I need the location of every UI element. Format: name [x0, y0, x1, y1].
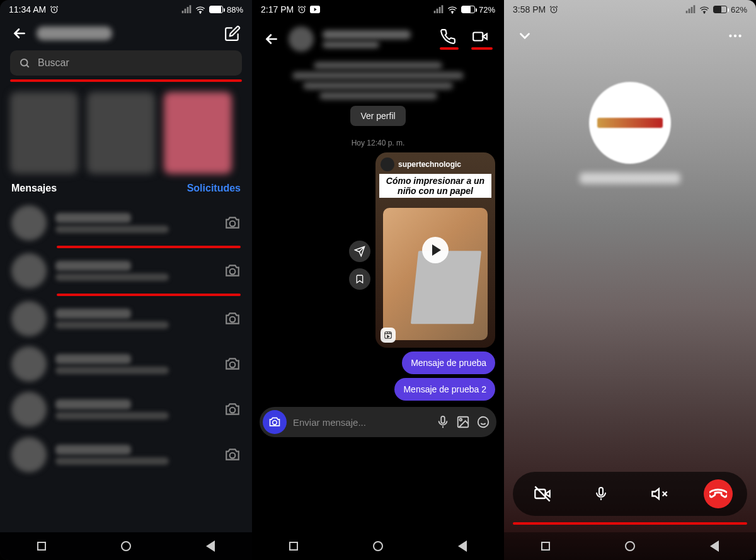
call-controls — [513, 472, 747, 516]
call-screen: 3:58 PM 62% — [504, 0, 756, 560]
avatar — [11, 437, 47, 472]
sticker-icon[interactable] — [476, 415, 490, 429]
annotation-underline — [440, 47, 459, 50]
camera-button[interactable] — [263, 410, 287, 434]
status-time: 3:58 PM — [513, 4, 546, 14]
message-row[interactable] — [0, 432, 252, 477]
story-item[interactable] — [164, 92, 232, 174]
camera-icon[interactable] — [224, 215, 241, 231]
mute-button[interactable] — [587, 479, 616, 508]
chevron-down-icon[interactable] — [517, 28, 533, 44]
svg-rect-15 — [441, 416, 445, 423]
gallery-icon[interactable] — [456, 415, 470, 429]
audio-call-button[interactable] — [440, 28, 459, 50]
svg-point-11 — [452, 13, 452, 13]
alarm-icon — [549, 5, 558, 14]
back-icon[interactable] — [11, 25, 28, 42]
camera-off-icon — [534, 485, 551, 503]
camera-icon[interactable] — [224, 311, 241, 327]
mic-icon[interactable] — [436, 415, 450, 429]
search-placeholder: Buscar — [38, 57, 69, 69]
message-row[interactable] — [0, 200, 252, 246]
end-call-icon — [709, 485, 727, 503]
message-row[interactable] — [0, 341, 252, 387]
home-button[interactable] — [625, 541, 635, 551]
status-bar: 3:58 PM 62% — [504, 0, 756, 19]
more-icon[interactable] — [727, 28, 743, 44]
avatar — [11, 253, 47, 289]
status-bar: 11:34 AM 88% — [0, 0, 252, 19]
wifi-icon — [699, 4, 709, 14]
svg-point-3 — [230, 221, 236, 227]
signal-icon — [181, 4, 192, 14]
composer-placeholder: Enviar mensaje... — [293, 417, 430, 428]
svg-point-22 — [738, 35, 741, 37]
message-row[interactable] — [0, 248, 252, 294]
camera-icon[interactable] — [224, 401, 241, 418]
svg-point-2 — [21, 59, 28, 66]
battery-percent: 88% — [227, 5, 243, 14]
system-nav-bar — [0, 532, 252, 560]
home-button[interactable] — [373, 541, 383, 551]
view-profile-button[interactable]: Ver perfil — [350, 106, 405, 126]
story-item[interactable] — [87, 92, 155, 174]
shared-reel[interactable]: supertechnologic Cómo impresionar a un n… — [375, 152, 495, 348]
bookmark-icon[interactable] — [349, 268, 370, 290]
speaker-off-button[interactable] — [645, 479, 674, 508]
stories-row[interactable] — [0, 82, 252, 178]
camera-icon[interactable] — [224, 356, 241, 372]
recents-button[interactable] — [289, 542, 298, 551]
account-name-blurred[interactable] — [37, 26, 112, 40]
message-row[interactable] — [0, 387, 252, 432]
share-icon[interactable] — [349, 241, 370, 262]
camera-off-button[interactable] — [528, 479, 557, 508]
system-nav-bar — [252, 532, 504, 560]
play-icon[interactable] — [422, 237, 449, 263]
caller-name-blurred — [580, 173, 680, 184]
reel-caption: Cómo impresionar a un niño con un papel — [379, 174, 491, 198]
contact-name-blurred[interactable] — [323, 30, 431, 48]
search-input[interactable]: Buscar — [10, 50, 242, 76]
svg-point-14 — [273, 421, 277, 425]
video-call-button[interactable] — [471, 28, 493, 50]
svg-point-20 — [729, 35, 731, 37]
recents-button[interactable] — [541, 542, 550, 551]
signal-icon — [433, 4, 444, 14]
avatar — [11, 392, 47, 427]
reel-thumbnail — [383, 208, 488, 340]
tab-requests[interactable]: Solicitudes — [187, 183, 241, 194]
avatar[interactable] — [289, 26, 314, 52]
sent-message[interactable]: Mensaje de prueba — [402, 351, 495, 374]
battery-icon — [713, 6, 727, 13]
tab-messages[interactable]: Mensajes — [11, 183, 57, 194]
sent-message[interactable]: Mensaje de prueba 2 — [394, 378, 495, 401]
back-button[interactable] — [458, 540, 467, 552]
svg-point-6 — [230, 362, 236, 368]
reels-icon — [381, 328, 396, 343]
svg-point-21 — [734, 35, 736, 37]
back-button[interactable] — [710, 540, 719, 552]
camera-icon[interactable] — [224, 263, 241, 279]
end-call-button[interactable] — [704, 479, 733, 508]
story-item[interactable] — [10, 92, 78, 174]
recents-button[interactable] — [37, 542, 46, 551]
back-button[interactable] — [206, 540, 215, 552]
avatar — [11, 346, 47, 382]
reel-author-name: supertechnologic — [398, 160, 461, 169]
svg-point-7 — [230, 408, 236, 413]
svg-point-4 — [230, 269, 236, 275]
contact-info-blurred — [271, 62, 485, 100]
svg-point-1 — [200, 13, 200, 13]
home-button[interactable] — [121, 541, 131, 551]
wifi-icon — [447, 4, 457, 14]
message-composer[interactable]: Enviar mensaje... — [260, 407, 496, 437]
compose-icon[interactable] — [224, 25, 241, 42]
search-icon — [19, 57, 30, 69]
camera-icon[interactable] — [224, 447, 241, 463]
system-nav-bar — [504, 532, 756, 560]
wifi-icon — [195, 4, 205, 14]
youtube-icon — [310, 6, 320, 13]
message-row[interactable] — [0, 296, 252, 341]
avatar — [11, 301, 47, 336]
back-icon[interactable] — [263, 31, 280, 47]
